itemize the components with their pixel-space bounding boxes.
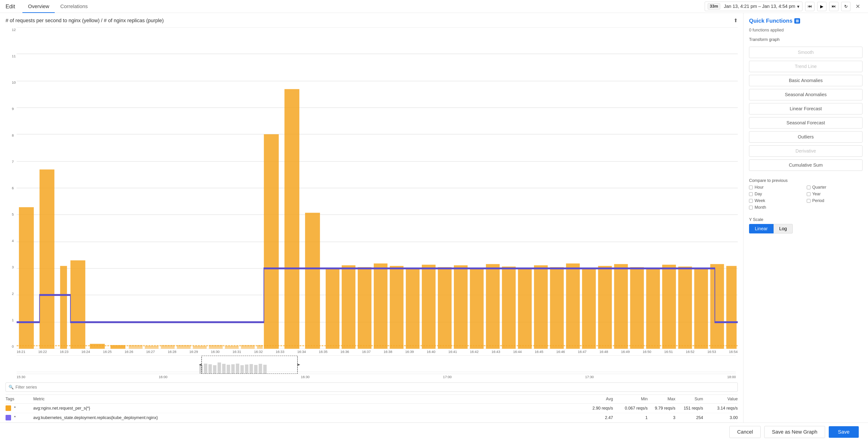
compare-hour-checkbox[interactable] [749, 185, 753, 189]
svg-rect-60 [208, 364, 212, 374]
save-as-new-graph-button[interactable]: Save as New Graph [764, 426, 825, 438]
compare-year-checkbox[interactable] [807, 192, 810, 196]
compare-quarter[interactable]: Quarter [807, 185, 863, 190]
mini-x-label: 18:00 [727, 375, 736, 379]
scale-log-button[interactable]: Log [774, 224, 793, 233]
svg-rect-70 [254, 365, 257, 374]
svg-rect-43 [662, 265, 676, 349]
x-label: 16:28 [168, 350, 177, 354]
smooth-button[interactable]: Smooth [749, 47, 863, 58]
main-chart[interactable] [17, 27, 738, 349]
scale-linear-button[interactable]: Linear [749, 224, 774, 233]
mini-chart[interactable] [5, 355, 738, 374]
svg-rect-15 [60, 266, 67, 349]
legend-tag-star-1: * [14, 406, 16, 410]
x-label: 16:31 [232, 350, 241, 354]
col-header-value: Value [703, 396, 738, 402]
legend-sum-1: 151 reqs/s [675, 406, 703, 411]
compare-hour-label: Hour [754, 185, 764, 190]
scale-buttons: Linear Log [749, 224, 863, 233]
filter-input-container[interactable]: 🔍 [5, 383, 738, 392]
save-button[interactable]: Save [829, 426, 859, 438]
svg-rect-66 [236, 363, 239, 374]
search-icon: 🔍 [8, 385, 13, 390]
svg-rect-23 [342, 265, 355, 349]
svg-rect-37 [566, 264, 580, 349]
close-button[interactable]: ✕ [853, 2, 863, 11]
y-label-2: 2 [12, 292, 16, 296]
compare-day-checkbox[interactable] [749, 192, 753, 196]
filter-series-input[interactable] [16, 385, 735, 390]
compare-period[interactable]: Period [807, 198, 863, 203]
derivative-button[interactable]: Derivative [749, 145, 863, 157]
svg-rect-64 [226, 365, 230, 374]
outliers-button[interactable]: Outliers [749, 131, 863, 143]
nav-prev-button[interactable]: ⏮ [805, 2, 814, 11]
time-range-label: Jan 13, 4:21 pm – Jan 13, 4:54 pm [724, 4, 795, 9]
x-label: 16:37 [362, 350, 371, 354]
compare-month-checkbox[interactable] [749, 206, 753, 209]
x-label: 16:51 [664, 350, 673, 354]
edit-button[interactable]: Edit [5, 3, 15, 10]
x-label: 16:43 [492, 350, 500, 354]
refresh-button[interactable]: ↻ [841, 2, 850, 11]
svg-rect-14 [39, 169, 54, 349]
trend-line-button[interactable]: Trend Line [749, 61, 863, 72]
compare-week-checkbox[interactable] [749, 199, 753, 203]
svg-rect-30 [454, 265, 467, 349]
seasonal-forecast-button[interactable]: Seasonal Forecast [749, 117, 863, 128]
svg-rect-63 [222, 364, 226, 374]
svg-rect-72 [263, 365, 267, 374]
linear-forecast-button[interactable]: Linear Forecast [749, 103, 863, 114]
svg-rect-24 [358, 267, 371, 349]
svg-rect-32 [486, 264, 500, 349]
x-label: 16:49 [621, 350, 630, 354]
svg-rect-35 [534, 265, 548, 349]
legend-avg-1: 2.90 reqs/s [578, 406, 613, 411]
svg-rect-25 [374, 264, 388, 349]
x-label: 16:25 [103, 350, 112, 354]
nav-play-button[interactable]: ▶ [817, 2, 827, 11]
main-content: # of requests per second to nginx (yello… [0, 13, 868, 422]
col-header-min: Min [613, 396, 648, 402]
compare-period-label: Period [812, 198, 824, 203]
svg-rect-68 [245, 364, 249, 374]
cancel-button[interactable]: Cancel [730, 426, 761, 438]
compare-month-label: Month [754, 205, 766, 210]
time-badge: 33m [708, 3, 720, 9]
tab-correlations[interactable]: Correlations [55, 0, 93, 13]
legend-sum-2: 254 [675, 415, 703, 420]
header: Edit Overview Correlations 33m Jan 13, 4… [0, 0, 868, 13]
nav-next-button[interactable]: ⏭ [829, 2, 838, 11]
compare-month[interactable]: Month [749, 205, 805, 210]
compare-period-checkbox[interactable] [807, 199, 810, 203]
chart-wrapper: 12 11 10 9 8 7 6 5 4 3 2 1 0 [5, 27, 738, 422]
svg-rect-40 [614, 264, 628, 349]
legend-metric-1: avg:nginx.net.request_per_s{*} [33, 406, 578, 411]
seasonal-anomalies-button[interactable]: Seasonal Anomalies [749, 89, 863, 100]
col-header-avg: Avg [578, 396, 613, 402]
compare-day[interactable]: Day [749, 192, 805, 197]
mini-x-labels: 15:30 16:00 16:30 17:00 17:30 18:00 [17, 374, 738, 380]
tab-overview[interactable]: Overview [22, 0, 55, 13]
compare-week[interactable]: Week [749, 198, 805, 203]
svg-rect-28 [422, 265, 435, 349]
x-label: 16:23 [60, 350, 69, 354]
svg-rect-67 [241, 365, 244, 374]
compare-quarter-checkbox[interactable] [807, 185, 810, 189]
col-header-metric: Metric [33, 396, 578, 402]
x-label: 16:30 [211, 350, 220, 354]
basic-anomalies-button[interactable]: Basic Anomalies [749, 75, 863, 86]
functions-applied-label: 0 functions applied [749, 28, 863, 33]
svg-rect-45 [694, 268, 708, 349]
x-label: 16:29 [189, 350, 198, 354]
legend-avg-2: 2.47 [578, 415, 613, 420]
cumulative-sum-button[interactable]: Cumulative Sum [749, 159, 863, 171]
compare-hour[interactable]: Hour [749, 185, 805, 190]
y-label-10: 10 [12, 81, 16, 84]
compare-year[interactable]: Year [807, 192, 863, 197]
y-label-12: 12 [12, 28, 16, 32]
share-button[interactable]: ⬆ [734, 18, 738, 24]
time-range-selector[interactable]: 33m Jan 13, 4:21 pm – Jan 13, 4:54 pm ▾ [705, 2, 802, 11]
legend-tags-2: * [5, 415, 33, 420]
